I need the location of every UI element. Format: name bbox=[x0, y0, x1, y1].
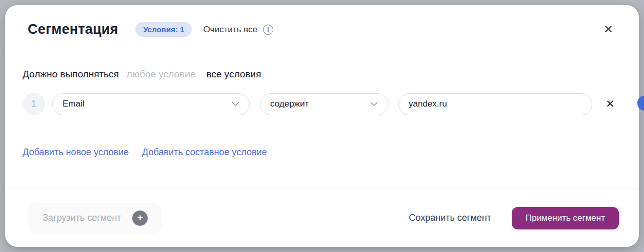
match-mode-row: Должно выполняться любое условие все усл… bbox=[23, 69, 621, 80]
condition-value-field-wrap bbox=[398, 93, 592, 115]
condition-row: 1 Email содержит ✕ bbox=[23, 93, 621, 115]
add-condition-link[interactable]: Добавить новое условие bbox=[23, 147, 129, 158]
plus-icon: + bbox=[132, 211, 148, 226]
condition-value-input[interactable] bbox=[409, 99, 582, 109]
condition-index-badge: 1 bbox=[23, 93, 45, 115]
clear-all-button[interactable]: Очистить все bbox=[203, 25, 257, 35]
operator-select-value: содержит bbox=[270, 99, 309, 109]
remove-condition-button[interactable]: ✕ bbox=[599, 93, 621, 115]
match-option-any[interactable]: любое условие bbox=[127, 69, 196, 80]
operator-select[interactable]: содержит bbox=[260, 93, 388, 115]
match-option-all[interactable]: все условия bbox=[206, 69, 261, 80]
conditions-count-badge: Условия: 1 bbox=[135, 22, 192, 37]
field-select[interactable]: Email bbox=[52, 93, 250, 115]
match-mode-label: Должно выполняться bbox=[23, 69, 119, 80]
chevron-down-icon bbox=[232, 102, 239, 107]
load-segment-label: Загрузить сегмент bbox=[43, 213, 121, 223]
modal-header: Сегментация Условия: 1 Очистить все i ✕ bbox=[5, 5, 639, 49]
segmentation-modal: Сегментация Условия: 1 Очистить все i ✕ … bbox=[5, 5, 639, 247]
info-icon[interactable]: i bbox=[263, 25, 273, 35]
load-segment-button[interactable]: Загрузить сегмент + bbox=[28, 203, 162, 234]
save-segment-button[interactable]: Сохранить сегмент bbox=[409, 213, 491, 223]
modal-body: Должно выполняться любое условие все усл… bbox=[5, 49, 639, 188]
field-select-value: Email bbox=[63, 99, 85, 109]
add-compound-condition-link[interactable]: Добавить составное условие bbox=[142, 147, 267, 158]
apply-segment-button[interactable]: Применить сегмент bbox=[512, 207, 619, 229]
chevron-down-icon bbox=[370, 102, 378, 107]
add-links-row: Добавить новое условие Добавить составно… bbox=[23, 147, 621, 158]
page-title: Сегментация bbox=[28, 22, 118, 37]
close-icon[interactable]: ✕ bbox=[603, 24, 613, 35]
modal-footer: Загрузить сегмент + Сохранить сегмент Пр… bbox=[5, 189, 639, 247]
